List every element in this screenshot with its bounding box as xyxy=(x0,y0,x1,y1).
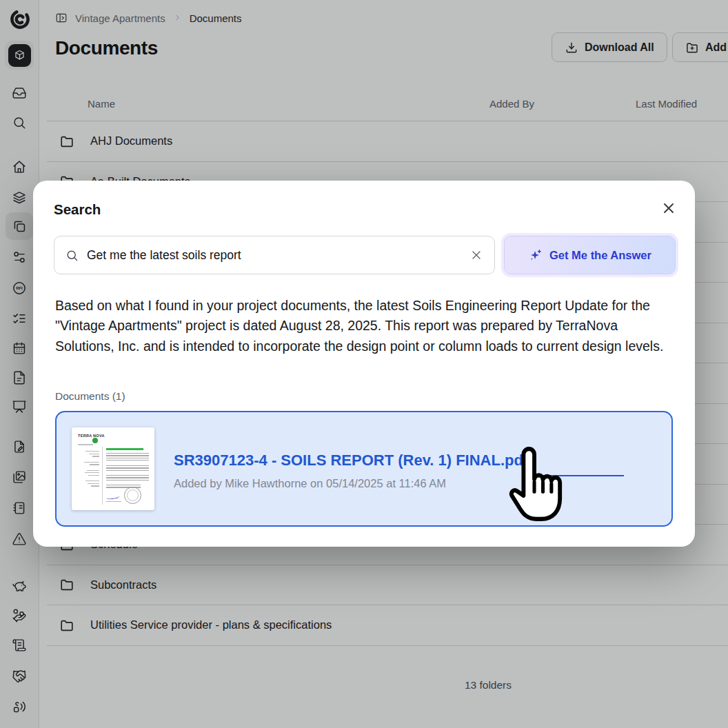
magnifier-icon xyxy=(65,249,79,262)
modal-title: Search xyxy=(54,201,101,218)
answer-button-label: Get Me the Answer xyxy=(549,249,651,262)
thumbnail-signature xyxy=(106,494,120,501)
close-icon[interactable] xyxy=(660,200,677,216)
document-thumbnail: TERRA NOVA xyxy=(72,427,154,510)
search-modal: Search Get Me the Answer Based on what I… xyxy=(33,181,695,547)
thumbnail-company-name: TERRA NOVA xyxy=(78,434,105,438)
sparkles-icon xyxy=(528,248,543,263)
search-input[interactable] xyxy=(87,248,461,263)
get-me-the-answer-button[interactable]: Get Me the Answer xyxy=(504,236,676,274)
clear-search-icon[interactable] xyxy=(469,248,483,262)
search-input-container xyxy=(54,236,495,274)
hand-pointer-cursor xyxy=(506,445,565,524)
results-section-label: Documents (1) xyxy=(55,390,125,403)
thumbnail-logo-dot xyxy=(92,438,98,443)
thumbnail-seal xyxy=(124,487,141,504)
document-added-info: Added by Mike Hawthorne on 05/14/2025 at… xyxy=(174,477,446,490)
document-result-card[interactable]: TERRA NOVA SR3907123-4 - xyxy=(55,411,673,527)
document-filename-link[interactable]: SR3907123-4 - SOILS REPORT (Rev. 1) FINA… xyxy=(174,452,528,469)
app-window: RFI Vintage Apartments Documents Documen… xyxy=(0,0,728,728)
ai-answer-text: Based on what I found in your project do… xyxy=(55,296,677,356)
